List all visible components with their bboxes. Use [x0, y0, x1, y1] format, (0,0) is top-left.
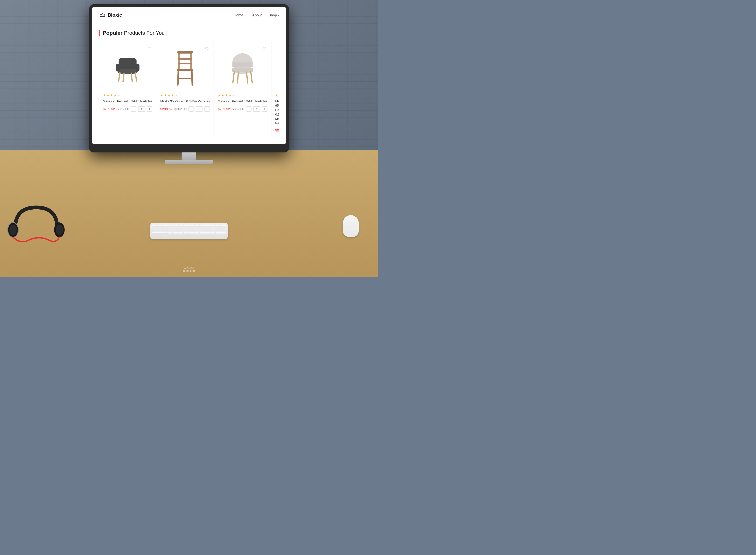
price-row-1: $239.52 $362.00 − +	[103, 106, 152, 112]
svg-rect-13	[178, 58, 192, 60]
svg-line-26	[251, 72, 252, 83]
svg-rect-12	[177, 51, 193, 53]
product-image-2	[160, 46, 210, 89]
watermark-arabic: مستقل	[181, 265, 197, 269]
svg-point-34	[56, 224, 63, 235]
watermark-url: mostaql.com	[181, 269, 197, 272]
star-1-3: ★	[110, 93, 113, 97]
qty-plus-3[interactable]: +	[262, 106, 267, 112]
monitor-stand-base	[165, 160, 213, 164]
navbar: Bloxic Home ▾ About Shop ▾	[92, 7, 286, 23]
monitor-bezel: Bloxic Home ▾ About Shop ▾	[89, 4, 289, 153]
price-row-3: $239.52 $362.00 − +	[218, 106, 267, 112]
price-row-2: $239.52 $362.00 − +	[160, 106, 210, 112]
wishlist-btn-3[interactable]: ♡	[261, 46, 268, 52]
stars-3: ★ ★ ★ ★ ★	[218, 93, 267, 97]
svg-rect-5	[135, 64, 139, 72]
monitor-wrapper: Bloxic Home ▾ About Shop ▾	[89, 4, 289, 164]
qty-input-3[interactable]	[253, 106, 260, 112]
price-original-1: $362.00	[117, 107, 129, 111]
nav-shop[interactable]: Shop ▾	[268, 13, 279, 17]
price-sale-4: $239.52	[275, 128, 279, 132]
star-1-5: ★	[117, 93, 120, 97]
qty-input-2[interactable]	[196, 106, 202, 112]
stars-2: ★ ★ ★ ★ ★	[160, 93, 210, 97]
star-1-2: ★	[107, 93, 110, 97]
qty-input-1[interactable]	[138, 106, 145, 112]
star-4-1: ★	[275, 93, 278, 97]
wishlist-btn-2[interactable]: ♡	[203, 46, 210, 52]
monitor-stand-neck	[182, 153, 196, 160]
section-title-bold: Populer	[103, 30, 123, 36]
star-2-3: ★	[167, 93, 171, 97]
product-name-1: Masks 95 Percent 0.3-Mm Particles	[103, 99, 152, 103]
star-2-5: ★	[175, 93, 178, 97]
mouse	[343, 215, 359, 237]
nav-links: Home ▾ About Shop ▾	[234, 13, 279, 17]
title-accent-bar	[99, 30, 100, 36]
star-3-2: ★	[221, 93, 225, 97]
qty-minus-1[interactable]: −	[131, 106, 136, 112]
nav-home[interactable]: Home ▾	[234, 13, 245, 17]
nav-shop-label: Shop	[268, 13, 277, 17]
svg-line-24	[238, 72, 238, 83]
modern-chair-svg	[226, 49, 260, 87]
product-image-3	[218, 46, 267, 89]
price-sale-3: $239.52	[218, 107, 230, 111]
svg-rect-3	[119, 58, 136, 69]
svg-line-8	[131, 73, 132, 82]
price-original-2: $362.00	[174, 107, 187, 111]
svg-line-25	[247, 72, 248, 83]
svg-line-9	[135, 73, 136, 81]
scene: Bloxic Home ▾ About Shop ▾	[0, 0, 378, 278]
wishlist-btn-1[interactable]: ♡	[146, 46, 153, 52]
product-image-1	[103, 46, 152, 89]
qty-control-3: − +	[246, 106, 267, 112]
star-3-3: ★	[225, 93, 228, 97]
qty-minus-2[interactable]: −	[189, 106, 194, 112]
star-3-1: ★	[218, 93, 221, 97]
svg-rect-14	[178, 63, 192, 65]
nav-home-label: Home	[234, 13, 243, 17]
nav-about[interactable]: About	[252, 13, 262, 17]
svg-rect-10	[178, 52, 180, 70]
logo-text: Bloxic	[108, 12, 122, 18]
price-sale-2: $239.52	[160, 107, 172, 111]
qty-plus-1[interactable]: +	[147, 106, 152, 112]
section-title: Populer Products For You !	[99, 30, 279, 36]
svg-line-6	[119, 73, 120, 81]
product-card-1: ♡	[99, 42, 156, 136]
star-1-1: ★	[103, 93, 106, 97]
section-title-rest: Products For You !	[124, 30, 168, 36]
star-3-4: ★	[229, 93, 232, 97]
price-original-3: $362.00	[232, 107, 244, 111]
page-content: Populer Products For You ! ♡	[92, 23, 286, 144]
star-2-2: ★	[164, 93, 167, 97]
price-sale-1: $239.52	[103, 107, 115, 111]
product-card-2: ♡	[156, 42, 214, 136]
product-name-2: Masks 95 Percent 0.3-Mm Particles	[160, 99, 210, 103]
svg-rect-15	[177, 69, 193, 72]
qty-plus-2[interactable]: +	[204, 106, 210, 112]
qty-minus-3[interactable]: −	[246, 106, 251, 112]
logo-area: Bloxic	[99, 11, 122, 18]
svg-point-32	[9, 224, 17, 235]
svg-line-23	[233, 72, 234, 83]
svg-rect-11	[190, 52, 192, 70]
products-grid: ♡	[99, 42, 279, 136]
star-4-2: ★	[279, 93, 279, 97]
star-3-5: ★	[232, 93, 235, 97]
headphones	[7, 200, 65, 244]
qty-control-1: − +	[131, 106, 152, 112]
star-2-1: ★	[160, 93, 163, 97]
monitor-screen: Bloxic Home ▾ About Shop ▾	[92, 7, 286, 144]
watermark: مستقل mostaql.com	[181, 265, 197, 272]
qty-control-2: − +	[189, 106, 210, 112]
stars-1: ★ ★ ★ ★ ★	[103, 93, 152, 97]
nav-about-label: About	[252, 13, 262, 17]
nav-home-chevron: ▾	[244, 14, 245, 16]
svg-rect-20	[233, 62, 253, 67]
product-card-4: ★ ★ ★ ★ ★ Masks 95 Percent 0.3-Mm Partic…	[271, 42, 279, 136]
star-2-4: ★	[171, 93, 174, 97]
svg-line-7	[123, 73, 124, 82]
